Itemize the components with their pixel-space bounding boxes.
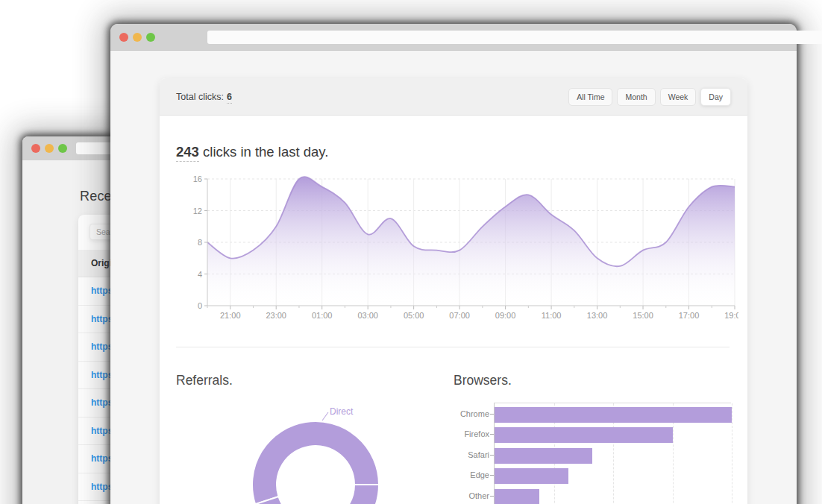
clicks-headline: 243 clicks in the last day.	[176, 144, 328, 160]
svg-text:13:00: 13:00	[587, 311, 608, 320]
svg-text:03:00: 03:00	[357, 311, 378, 320]
bar-safari	[495, 448, 592, 464]
zoom-button[interactable]	[58, 144, 67, 153]
donut-label-direct: Direct	[330, 406, 354, 417]
svg-text:07:00: 07:00	[449, 311, 470, 320]
bar-chrome	[495, 407, 732, 423]
clicks-headline-text: clicks in the last day.	[199, 144, 328, 160]
axis-tick	[490, 455, 494, 456]
minimize-button[interactable]	[133, 33, 142, 42]
bars-plot-area	[494, 403, 731, 504]
stats-browser-window: Total clicks:6 All TimeMonthWeekDay 243 …	[110, 24, 797, 504]
range-button-month[interactable]: Month	[617, 88, 655, 106]
axis-tick	[490, 434, 494, 435]
url-bar[interactable]	[207, 31, 822, 44]
back-window-controls	[22, 144, 76, 153]
svg-text:09:00: 09:00	[495, 311, 516, 320]
total-clicks-value: 6	[227, 92, 232, 104]
svg-text:16: 16	[193, 174, 202, 183]
section-divider	[176, 347, 730, 347]
bar-firefox	[495, 427, 673, 443]
front-window-controls	[110, 33, 164, 42]
bar-label-firefox: Firefox	[454, 426, 489, 442]
axis-tick	[490, 414, 494, 415]
svg-text:12: 12	[193, 207, 202, 215]
referrals-donut-chart: Direct	[246, 395, 395, 504]
bar-label-safari: Safari	[454, 447, 489, 463]
axis-tick	[490, 475, 494, 476]
svg-text:19:00: 19:00	[724, 311, 738, 320]
clicks-count: 243	[176, 144, 199, 162]
svg-text:01:00: 01:00	[312, 311, 333, 320]
total-clicks-label: Total clicks:	[176, 92, 224, 102]
zoom-button[interactable]	[146, 33, 155, 42]
clicks-area-chart: 048121621:0023:0001:0003:0005:0007:0009:…	[172, 171, 738, 325]
svg-text:15:00: 15:00	[633, 311, 653, 320]
browsers-bar-chart: ChromeFirefoxSafariEdgeOther	[454, 403, 737, 504]
stats-card: Total clicks:6 All TimeMonthWeekDay 243 …	[160, 78, 747, 504]
stats-card-header: Total clicks:6 All TimeMonthWeekDay	[160, 78, 747, 116]
svg-text:05:00: 05:00	[404, 311, 424, 320]
svg-text:11:00: 11:00	[542, 311, 562, 320]
referrals-section-title: Referrals.	[176, 373, 233, 388]
range-button-all-time[interactable]: All Time	[568, 88, 612, 106]
svg-text:23:00: 23:00	[266, 311, 286, 320]
close-button[interactable]	[119, 33, 128, 42]
range-button-week[interactable]: Week	[660, 88, 697, 106]
bar-label-other: Other	[454, 488, 489, 504]
bar-edge	[495, 468, 568, 484]
front-window-titlebar	[110, 24, 797, 51]
gridline	[732, 403, 732, 504]
svg-text:4: 4	[198, 270, 202, 279]
svg-text:21:00: 21:00	[220, 311, 241, 320]
total-clicks: Total clicks:6	[176, 92, 232, 102]
svg-text:8: 8	[198, 238, 202, 247]
axis-tick	[490, 496, 494, 497]
svg-text:0: 0	[198, 301, 202, 310]
minimize-button[interactable]	[45, 144, 54, 153]
range-button-day[interactable]: Day	[700, 88, 731, 106]
bar-label-edge: Edge	[454, 467, 489, 483]
browsers-section-title: Browsers.	[454, 373, 512, 388]
bar-other	[495, 489, 539, 504]
close-button[interactable]	[31, 144, 40, 153]
time-range-buttons: All TimeMonthWeekDay	[568, 88, 731, 106]
bar-label-chrome: Chrome	[454, 406, 489, 422]
svg-text:17:00: 17:00	[679, 311, 700, 320]
